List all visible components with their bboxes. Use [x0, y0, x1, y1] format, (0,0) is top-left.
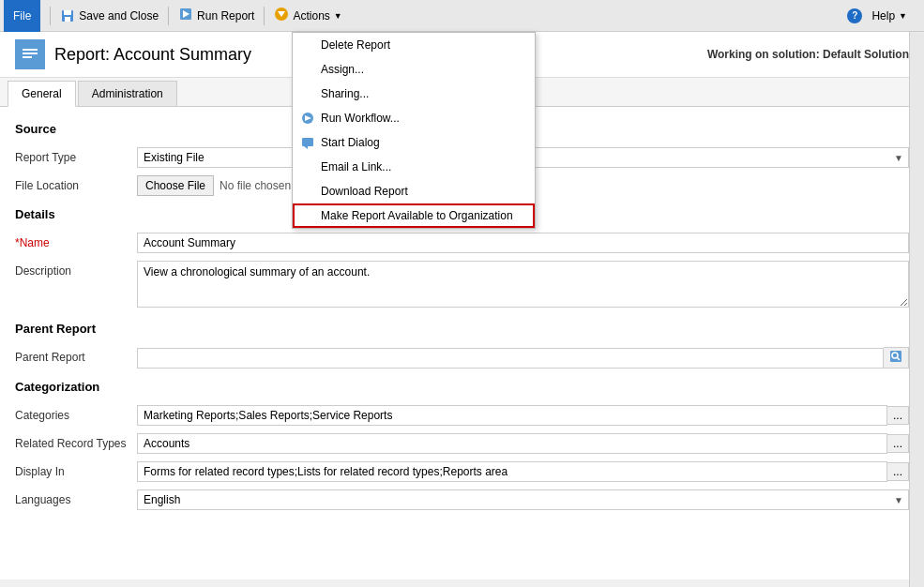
menu-item-download-report[interactable]: Download Report [293, 179, 535, 203]
categorization-section-title: Categorization [15, 380, 909, 398]
languages-select[interactable]: English [137, 489, 909, 510]
related-record-types-dots-button[interactable]: ... [887, 434, 909, 453]
parent-report-label: Parent Report [15, 347, 137, 364]
right-scrollbar[interactable] [909, 32, 924, 579]
related-record-types-row: Related Record Types ... [15, 433, 909, 454]
help-button[interactable]: Help ▼ [866, 2, 913, 30]
name-label: *Name [15, 233, 137, 249]
toolbar: File Save and Close Run Report Actions ▼… [0, 0, 924, 32]
svg-rect-8 [23, 49, 38, 51]
save-close-button[interactable]: Save and Close [54, 2, 164, 30]
lookup-icon [889, 350, 902, 363]
svg-rect-2 [65, 17, 70, 22]
file-location-label: File Location [15, 175, 137, 192]
run-report-button[interactable]: Run Report [173, 2, 260, 30]
menu-item-delete-report[interactable]: Delete Report [293, 33, 535, 57]
tab-general[interactable]: General [8, 81, 76, 107]
actions-icon [274, 7, 289, 24]
menu-item-sharing[interactable]: Sharing... [293, 82, 535, 106]
languages-row: Languages English ▼ [15, 489, 909, 510]
parent-report-input[interactable] [137, 348, 884, 369]
display-in-row: Display In ... [15, 461, 909, 482]
save-icon [60, 8, 75, 23]
report-icon [15, 39, 45, 69]
file-button[interactable]: File [4, 0, 40, 32]
actions-dropdown-arrow: ▼ [334, 11, 342, 21]
display-in-input[interactable] [137, 461, 887, 482]
svg-rect-10 [23, 56, 32, 58]
menu-item-email-link[interactable]: Email a Link... [293, 155, 535, 179]
choose-file-button[interactable]: Choose File [137, 175, 214, 196]
name-input[interactable] [137, 233, 909, 253]
name-row: *Name [15, 233, 909, 253]
menu-item-start-dialog[interactable]: Start Dialog [293, 130, 535, 155]
categories-label: Categories [15, 405, 137, 422]
page-title: Report: Account Summary [54, 45, 251, 64]
workflow-icon [300, 111, 315, 126]
file-name-text: No file chosen [220, 179, 291, 192]
tab-administration[interactable]: Administration [78, 81, 177, 106]
download-icon [300, 184, 315, 199]
parent-report-section-title: Parent Report [15, 322, 909, 339]
run-report-icon [178, 7, 193, 24]
parent-report-lookup-button[interactable] [884, 347, 909, 369]
actions-label: Actions [293, 9, 329, 23]
languages-label: Languages [15, 489, 137, 506]
categories-row: Categories ... [15, 405, 909, 426]
display-in-dots-button[interactable]: ... [887, 462, 909, 481]
actions-dropdown-menu: Delete Report Assign... Sharing... Run W… [292, 32, 536, 229]
actions-button[interactable]: Actions ▼ [268, 2, 347, 30]
email-icon [300, 159, 315, 174]
svg-marker-17 [304, 146, 308, 149]
description-label: Description [15, 261, 137, 278]
delete-report-icon [300, 38, 315, 53]
menu-item-assign[interactable]: Assign... [293, 57, 535, 82]
parent-report-row: Parent Report [15, 347, 909, 369]
help-dropdown-arrow: ▼ [899, 11, 907, 21]
display-in-label: Display In [15, 461, 137, 478]
sharing-icon [300, 86, 315, 101]
report-type-label: Report Type [15, 147, 137, 164]
menu-item-make-report-available[interactable]: Make Report Available to Organization [293, 203, 535, 228]
description-row: Description View a chronological summary… [15, 261, 909, 310]
dialog-icon [300, 135, 315, 150]
assign-icon [300, 62, 315, 77]
svg-rect-16 [302, 138, 313, 146]
categories-dots-button[interactable]: ... [887, 406, 909, 425]
svg-rect-9 [23, 53, 38, 54]
related-record-types-label: Related Record Types [15, 433, 137, 450]
categories-input[interactable] [137, 405, 887, 426]
save-close-label: Save and Close [79, 9, 159, 23]
description-textarea[interactable]: View a chronological summary of an accou… [137, 261, 909, 308]
help-icon: ? [847, 8, 862, 23]
run-report-label: Run Report [197, 9, 254, 23]
menu-item-run-workflow[interactable]: Run Workflow... [293, 106, 535, 130]
help-label: Help [871, 9, 895, 23]
svg-rect-1 [64, 10, 71, 15]
related-record-types-input[interactable] [137, 433, 887, 454]
solution-text: Working on solution: Default Solution [707, 48, 909, 61]
